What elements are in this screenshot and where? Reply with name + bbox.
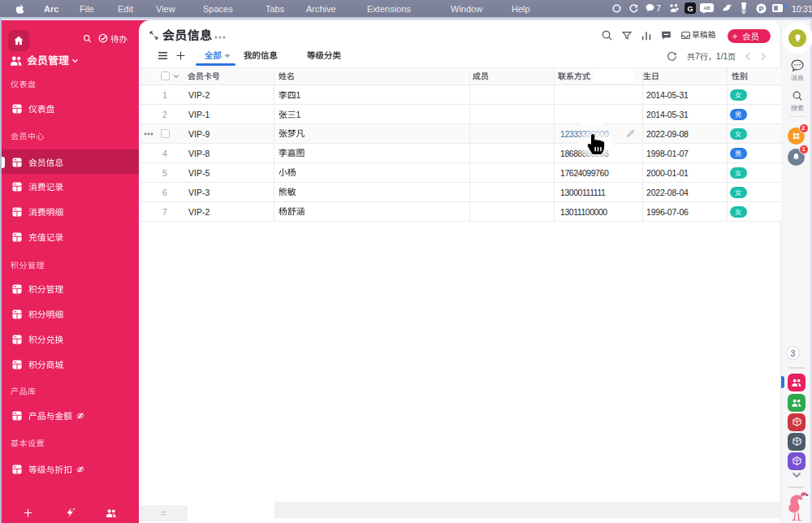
svg-text:AB: AB [703, 6, 710, 11]
svg-text:P: P [758, 5, 763, 13]
svg-text:G: G [687, 5, 693, 13]
